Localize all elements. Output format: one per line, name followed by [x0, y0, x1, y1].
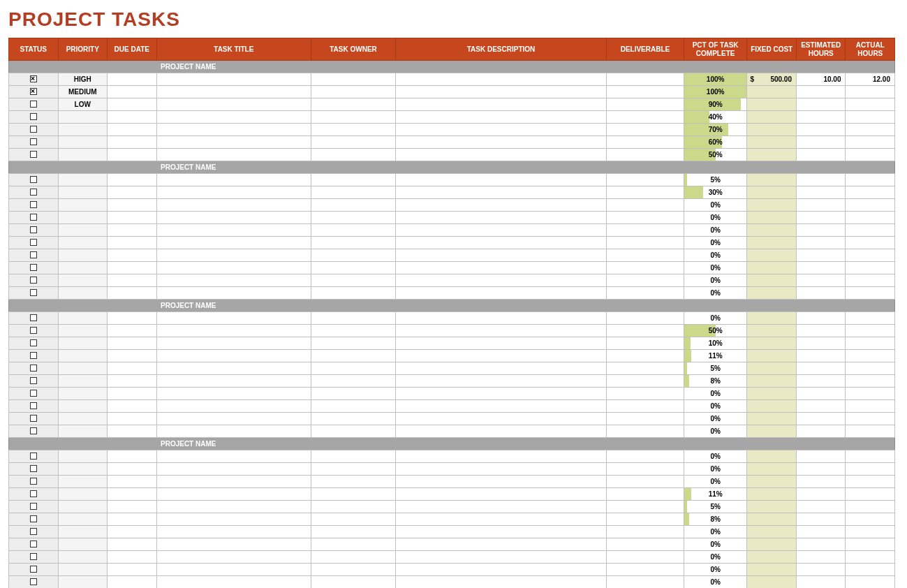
status-cell[interactable] — [9, 186, 59, 199]
pct-complete-cell[interactable]: 8% — [684, 375, 747, 388]
fixed-cost-cell[interactable] — [747, 249, 797, 262]
priority-cell[interactable]: LOW — [58, 98, 108, 111]
task-owner-cell[interactable] — [311, 249, 396, 262]
deliverable-cell[interactable] — [607, 111, 684, 124]
deliverable-cell[interactable] — [607, 224, 684, 237]
fixed-cost-cell[interactable] — [747, 400, 797, 413]
task-title-cell[interactable] — [156, 312, 311, 325]
estimated-hours-cell[interactable] — [796, 413, 846, 425]
task-title-cell[interactable] — [156, 538, 311, 551]
estimated-hours-cell[interactable] — [796, 199, 846, 212]
task-owner-cell[interactable] — [311, 476, 396, 488]
task-owner-cell[interactable] — [311, 312, 396, 325]
actual-hours-cell[interactable] — [846, 325, 895, 337]
pct-complete-cell[interactable]: 30% — [684, 186, 747, 199]
deliverable-cell[interactable] — [607, 98, 684, 111]
status-checkbox[interactable] — [30, 478, 37, 485]
pct-complete-cell[interactable]: 5% — [684, 362, 747, 375]
task-description-cell[interactable] — [395, 450, 606, 463]
task-owner-cell[interactable] — [311, 237, 396, 249]
actual-hours-cell[interactable] — [846, 224, 895, 237]
task-title-cell[interactable] — [156, 413, 311, 425]
task-title-cell[interactable] — [156, 337, 311, 350]
task-description-cell[interactable] — [395, 400, 606, 413]
fixed-cost-cell[interactable] — [747, 124, 797, 136]
estimated-hours-cell[interactable] — [796, 237, 846, 249]
status-cell[interactable] — [9, 564, 59, 576]
priority-cell[interactable] — [58, 174, 108, 186]
status-cell[interactable] — [9, 362, 59, 375]
fixed-cost-cell[interactable] — [747, 425, 797, 438]
estimated-hours-cell[interactable] — [796, 124, 846, 136]
due-date-cell[interactable] — [108, 111, 157, 124]
deliverable-cell[interactable] — [607, 413, 684, 425]
status-cell[interactable] — [9, 212, 59, 224]
task-description-cell[interactable] — [395, 350, 606, 362]
pct-complete-cell[interactable]: 11% — [684, 350, 747, 362]
priority-cell[interactable] — [58, 463, 108, 476]
status-checkbox[interactable] — [30, 101, 37, 108]
status-checkbox[interactable] — [30, 528, 37, 535]
task-description-cell[interactable] — [395, 337, 606, 350]
status-cell[interactable] — [9, 249, 59, 262]
status-checkbox[interactable] — [30, 402, 37, 409]
fixed-cost-cell[interactable] — [747, 111, 797, 124]
due-date-cell[interactable] — [108, 274, 157, 287]
actual-hours-cell[interactable] — [846, 287, 895, 300]
estimated-hours-cell[interactable] — [796, 551, 846, 564]
actual-hours-cell[interactable] — [846, 513, 895, 526]
fixed-cost-cell[interactable] — [747, 312, 797, 325]
status-cell[interactable] — [9, 149, 59, 161]
status-cell[interactable] — [9, 576, 59, 589]
fixed-cost-cell[interactable] — [747, 564, 797, 576]
status-checkbox[interactable] — [30, 126, 37, 133]
priority-cell[interactable] — [58, 350, 108, 362]
due-date-cell[interactable] — [108, 287, 157, 300]
fixed-cost-cell[interactable] — [747, 476, 797, 488]
task-title-cell[interactable] — [156, 488, 311, 501]
priority-cell[interactable] — [58, 388, 108, 400]
pct-complete-cell[interactable]: 0% — [684, 199, 747, 212]
task-title-cell[interactable] — [156, 98, 311, 111]
status-cell[interactable] — [9, 375, 59, 388]
task-title-cell[interactable] — [156, 350, 311, 362]
task-description-cell[interactable] — [395, 287, 606, 300]
actual-hours-cell[interactable] — [846, 551, 895, 564]
status-cell[interactable] — [9, 400, 59, 413]
status-cell[interactable] — [9, 337, 59, 350]
task-description-cell[interactable] — [395, 111, 606, 124]
actual-hours-cell[interactable] — [846, 262, 895, 274]
deliverable-cell[interactable] — [607, 564, 684, 576]
pct-complete-cell[interactable]: 0% — [684, 400, 747, 413]
actual-hours-cell[interactable] — [846, 111, 895, 124]
pct-complete-cell[interactable]: 0% — [684, 463, 747, 476]
status-checkbox[interactable] — [30, 75, 37, 82]
status-cell[interactable] — [9, 73, 59, 86]
priority-cell[interactable] — [58, 274, 108, 287]
actual-hours-cell[interactable] — [846, 199, 895, 212]
actual-hours-cell[interactable] — [846, 312, 895, 325]
pct-complete-cell[interactable]: 0% — [684, 526, 747, 538]
task-owner-cell[interactable] — [311, 98, 396, 111]
estimated-hours-cell[interactable] — [796, 476, 846, 488]
priority-cell[interactable] — [58, 149, 108, 161]
priority-cell[interactable] — [58, 501, 108, 513]
priority-cell[interactable] — [58, 212, 108, 224]
due-date-cell[interactable] — [108, 551, 157, 564]
due-date-cell[interactable] — [108, 73, 157, 86]
actual-hours-cell[interactable] — [846, 576, 895, 589]
actual-hours-cell[interactable] — [846, 564, 895, 576]
task-description-cell[interactable] — [395, 388, 606, 400]
task-title-cell[interactable] — [156, 551, 311, 564]
priority-cell[interactable] — [58, 425, 108, 438]
fixed-cost-cell[interactable] — [747, 287, 797, 300]
priority-cell[interactable] — [58, 337, 108, 350]
priority-cell[interactable] — [58, 450, 108, 463]
pct-complete-cell[interactable]: 0% — [684, 576, 747, 589]
task-owner-cell[interactable] — [311, 149, 396, 161]
status-checkbox[interactable] — [30, 515, 37, 522]
actual-hours-cell[interactable] — [846, 388, 895, 400]
estimated-hours-cell[interactable] — [796, 325, 846, 337]
estimated-hours-cell[interactable] — [796, 337, 846, 350]
due-date-cell[interactable] — [108, 488, 157, 501]
